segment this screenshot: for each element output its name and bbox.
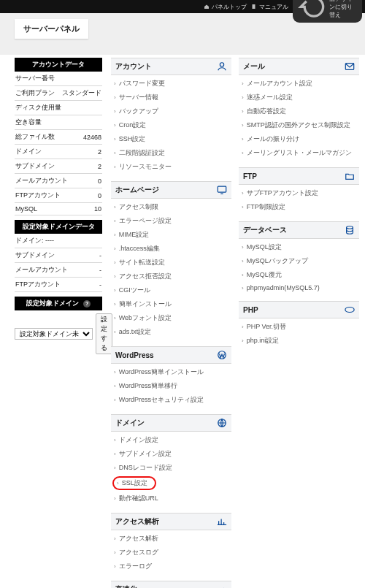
- menu-item[interactable]: ›サイト転送設定: [111, 256, 231, 270]
- sidebar-row: サブドメイン2: [15, 159, 102, 174]
- globe-icon: [217, 418, 227, 428]
- menu-item[interactable]: ›サブドメイン設定: [111, 447, 231, 461]
- menu-item[interactable]: ›リソースモニター: [111, 160, 231, 174]
- section-domain: ドメイン›ドメイン設定›サブドメイン設定›DNSレコード設定›SSL設定›動作確…: [111, 414, 231, 508]
- menu-item[interactable]: ›CGIツール: [111, 283, 231, 297]
- menu-item[interactable]: ›WordPress簡単インストール: [111, 365, 231, 379]
- section-title: FTP: [243, 172, 257, 180]
- menu-item[interactable]: ›phpmyadmin(MySQL5.7): [239, 282, 359, 294]
- section-title: アカウント: [115, 61, 152, 72]
- menu-item[interactable]: ›MIME設定: [111, 228, 231, 242]
- menu-item[interactable]: ›Webフォント設定: [111, 311, 231, 325]
- menu-item[interactable]: ›メーリングリスト・メールマガジン: [239, 146, 359, 160]
- set-domain-button[interactable]: 設定する: [96, 313, 112, 354]
- section-header-wordpress: WordPress: [111, 346, 231, 364]
- chevron-right-icon: ›: [242, 122, 244, 129]
- menu-item[interactable]: ›自動応答設定: [239, 104, 359, 118]
- chevron-right-icon: ›: [242, 285, 244, 291]
- menu-item-label: Cron設定: [119, 121, 147, 130]
- menu-item[interactable]: ›ads.txt設定: [111, 325, 231, 339]
- sidebar-account-header: アカウントデータ: [15, 58, 102, 72]
- sidebar-row: メールアカウント-: [15, 263, 102, 278]
- chevron-right-icon: ›: [114, 301, 116, 308]
- chevron-right-icon: ›: [114, 563, 116, 570]
- menu-item-label: メールアカウント設定: [247, 79, 312, 88]
- sidebar-row: FTPアカウント0: [15, 188, 102, 203]
- top-link-panel-top[interactable]: パネルトップ: [204, 3, 247, 11]
- menu-item[interactable]: ›SSL設定: [112, 476, 156, 490]
- db-icon: [345, 225, 355, 235]
- target-domain-select[interactable]: 設定対象ドメイン未: [15, 328, 93, 340]
- help-icon[interactable]: ?: [83, 300, 91, 308]
- menu-item[interactable]: ›DNSレコード設定: [111, 461, 231, 475]
- section-php: PHP›PHP Ver.切替›php.ini設定: [239, 301, 359, 351]
- section-wordpress: WordPress›WordPress簡単インストール›WordPress簡単移…: [111, 346, 231, 410]
- chevron-right-icon: ›: [114, 122, 116, 129]
- menu-item[interactable]: ›MySQL復元: [239, 268, 359, 282]
- menu-item-label: 迷惑メール設定: [247, 93, 293, 102]
- top-link-manual[interactable]: マニュアル: [251, 3, 288, 11]
- sidebar-row: ドメイン2: [15, 145, 102, 159]
- menu-item[interactable]: ›アクセス解析: [111, 532, 231, 546]
- chevron-right-icon: ›: [242, 272, 244, 278]
- chevron-right-icon: ›: [114, 150, 116, 156]
- chart-icon: [217, 516, 227, 527]
- menu-item-label: 簡単インストール: [119, 299, 172, 309]
- chevron-right-icon: ›: [114, 329, 116, 335]
- chevron-right-icon: ›: [242, 94, 244, 101]
- menu-item[interactable]: ›MySQL設定: [239, 240, 359, 254]
- chevron-right-icon: ›: [242, 244, 244, 251]
- sidebar-domain-select-header: 設定対象ドメイン ?: [15, 297, 102, 310]
- menu-item[interactable]: ›SMTP認証の国外アクセス制限設定: [239, 118, 359, 132]
- section-db: データベース›MySQL設定›MySQLバックアップ›MySQL復元›phpmy…: [239, 221, 359, 297]
- menu-item[interactable]: ›アクセス制限: [111, 200, 231, 214]
- menu-item[interactable]: ›バックアップ: [111, 104, 231, 118]
- menu-item[interactable]: ›メールアカウント設定: [239, 77, 359, 91]
- menu-item-label: FTP制限設定: [247, 202, 285, 212]
- section-title: 高速化: [115, 584, 137, 588]
- menu-item-label: リソースモニター: [119, 162, 172, 172]
- menu-item-label: phpmyadmin(MySQL5.7): [247, 284, 320, 291]
- chevron-right-icon: ›: [114, 369, 116, 375]
- top-old-design-chip[interactable]: 旧デザインに切り替え: [293, 0, 362, 23]
- menu-item[interactable]: ›php.ini設定: [239, 334, 359, 348]
- sidebar-row: サブドメイン-: [15, 248, 102, 263]
- menu-item[interactable]: ›簡単インストール: [111, 297, 231, 311]
- section-title: ホームページ: [115, 185, 159, 195]
- menu-item[interactable]: ›迷惑メール設定: [239, 91, 359, 104]
- menu-item[interactable]: ›WordPressセキュリティ設定: [111, 393, 231, 407]
- chevron-right-icon: ›: [114, 136, 116, 142]
- chevron-right-icon: ›: [242, 258, 244, 264]
- menu-item[interactable]: ›PHP Ver.切替: [239, 320, 359, 334]
- menu-item-label: .htaccess編集: [119, 244, 160, 253]
- chevron-right-icon: ›: [114, 94, 116, 101]
- menu-item-label: MySQLバックアップ: [247, 256, 308, 266]
- menu-item[interactable]: ›エラーログ: [111, 560, 231, 573]
- menu-item[interactable]: ›SSH設定: [111, 132, 231, 146]
- menu-item[interactable]: ›アクセスログ: [111, 546, 231, 560]
- menu-item[interactable]: ›サーバー情報: [111, 91, 231, 104]
- sidebar-row: 空き容量: [15, 115, 102, 130]
- menu-item[interactable]: ›Cron設定: [111, 118, 231, 132]
- menu-item[interactable]: ›MySQLバックアップ: [239, 254, 359, 268]
- sidebar-row: FTPアカウント-: [15, 278, 102, 292]
- section-header-speed: 高速化: [111, 581, 231, 588]
- chevron-right-icon: ›: [114, 451, 116, 457]
- menu-item[interactable]: ›エラーページ設定: [111, 214, 231, 228]
- menu-item[interactable]: ›二段階認証設定: [111, 146, 231, 160]
- chevron-right-icon: ›: [242, 204, 244, 210]
- menu-item[interactable]: ›動作確認URL: [111, 492, 231, 505]
- section-title: PHP: [243, 306, 258, 314]
- menu-item-label: サブドメイン設定: [119, 449, 172, 459]
- chevron-right-icon: ›: [114, 80, 116, 87]
- menu-item[interactable]: ›メールの振り分け: [239, 132, 359, 146]
- monitor-icon: [217, 185, 227, 195]
- menu-item[interactable]: ›WordPress簡単移行: [111, 379, 231, 393]
- menu-item[interactable]: ›アクセス拒否設定: [111, 270, 231, 283]
- menu-item[interactable]: ›.htaccess編集: [111, 242, 231, 256]
- chevron-right-icon: ›: [114, 397, 116, 403]
- menu-item[interactable]: ›サブFTPアカウント設定: [239, 186, 359, 200]
- menu-item[interactable]: ›パスワード変更: [111, 77, 231, 91]
- menu-item[interactable]: ›FTP制限設定: [239, 200, 359, 214]
- menu-item[interactable]: ›ドメイン設定: [111, 433, 231, 447]
